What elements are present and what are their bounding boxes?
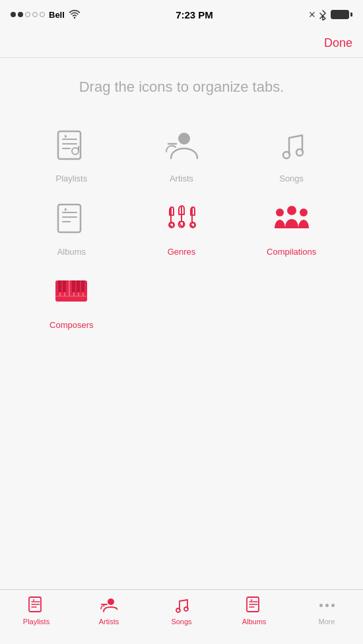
status-left: Bell	[11, 10, 81, 20]
wifi-icon	[69, 10, 81, 19]
svg-rect-29	[63, 280, 66, 292]
time-display: 7:23 PM	[176, 9, 213, 20]
status-right: ⨯	[308, 9, 352, 20]
status-bar: Bell 7:23 PM ⨯	[0, 0, 363, 29]
svg-rect-32	[81, 280, 84, 292]
composers-icon	[49, 270, 94, 315]
tab-songs-label: Songs	[171, 618, 191, 626]
compilations-icon	[269, 197, 314, 242]
artists-label: Artists	[170, 174, 193, 183]
tab-item-artists[interactable]: Artists	[73, 595, 145, 626]
instruction-text: Drag the icons to organize tabs.	[13, 78, 350, 97]
more-dot-1	[319, 604, 323, 607]
svg-point-18	[276, 209, 284, 216]
svg-point-19	[287, 206, 296, 215]
tab-playlists-icon	[26, 595, 46, 615]
songs-icon	[269, 123, 314, 168]
songs-label: Songs	[279, 174, 304, 183]
battery-body	[331, 10, 349, 19]
svg-rect-11	[58, 205, 81, 232]
bluetooth-icon: ⨯	[308, 9, 327, 20]
signal-dot-3	[25, 12, 30, 17]
svg-point-9	[283, 152, 290, 158]
signal-dots	[11, 12, 45, 17]
albums-label: Albums	[57, 247, 86, 257]
svg-point-20	[300, 209, 308, 216]
albums-icon	[49, 197, 94, 242]
main-content: Drag the icons to organize tabs. Playlis…	[0, 58, 363, 343]
top-nav: Done	[0, 29, 363, 58]
carrier-label: Bell	[49, 10, 65, 20]
svg-point-10	[296, 149, 303, 156]
playlists-label: Playlists	[55, 174, 87, 183]
playlists-icon	[49, 123, 94, 168]
tab-artists-icon	[99, 595, 119, 615]
grid-item-composers[interactable]: Composers	[20, 270, 123, 330]
svg-rect-30	[72, 280, 75, 292]
battery-indicator	[331, 10, 352, 19]
tab-albums-icon	[244, 595, 264, 615]
signal-dot-5	[40, 12, 45, 17]
more-dots	[319, 595, 335, 615]
signal-dot-1	[11, 12, 16, 17]
grid-item-compilations[interactable]: Compilations	[240, 197, 343, 257]
signal-dot-4	[32, 12, 38, 17]
signal-dot-2	[18, 12, 23, 17]
genres-icon	[159, 197, 204, 242]
tab-more-label: More	[318, 618, 335, 626]
tab-item-songs[interactable]: Songs	[145, 595, 218, 626]
svg-point-5	[72, 148, 79, 154]
svg-rect-1	[58, 131, 81, 159]
svg-point-7	[178, 133, 190, 145]
svg-point-0	[74, 17, 75, 18]
done-button[interactable]: Done	[324, 36, 352, 50]
grid-item-songs[interactable]: Songs	[240, 123, 343, 183]
svg-point-41	[184, 607, 188, 611]
composers-label: Composers	[50, 320, 93, 330]
tab-playlists-label: Playlists	[23, 618, 50, 626]
tab-more-icon	[317, 595, 337, 615]
tabs-grid: Playlists Artists	[13, 123, 350, 330]
more-dot-3	[331, 604, 335, 607]
tab-artists-label: Artists	[99, 618, 119, 626]
grid-item-playlists[interactable]: Playlists	[20, 123, 123, 183]
svg-point-40	[176, 608, 180, 612]
genres-label: Genres	[168, 247, 196, 257]
tab-item-more[interactable]: More	[290, 595, 363, 626]
tab-bar: Playlists Artists Songs	[0, 589, 363, 644]
battery-tip	[350, 13, 352, 16]
tab-item-albums[interactable]: Albums	[218, 595, 290, 626]
tab-item-playlists[interactable]: Playlists	[0, 595, 73, 626]
compilations-label: Compilations	[267, 247, 316, 257]
more-dot-2	[325, 604, 329, 607]
grid-item-artists[interactable]: Artists	[130, 123, 234, 183]
svg-rect-31	[77, 280, 80, 292]
artists-icon	[159, 123, 204, 168]
grid-item-albums[interactable]: Albums	[20, 197, 123, 257]
tab-albums-label: Albums	[242, 618, 267, 626]
svg-rect-28	[58, 280, 61, 292]
svg-point-38	[108, 598, 114, 605]
grid-item-genres[interactable]: Genres	[130, 197, 234, 257]
tab-songs-icon	[172, 595, 191, 615]
